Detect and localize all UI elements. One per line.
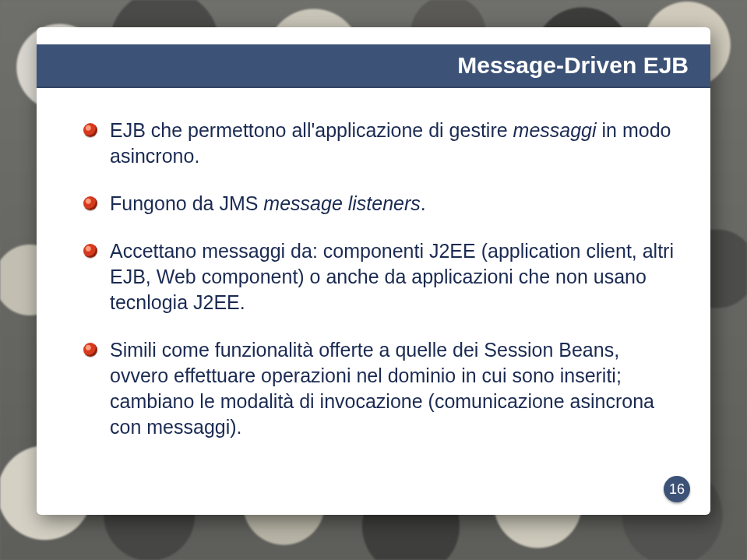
bullet-item: Simili come funzionalità offerte a quell…: [83, 337, 676, 440]
slide-title: Message-Driven EJB: [457, 52, 689, 78]
bullet-list: EJB che permettono all'applicazione di g…: [83, 118, 676, 440]
bullet-text-pre: Simili come funzionalità offerte a quell…: [110, 339, 654, 438]
page-number-badge: 16: [664, 476, 690, 502]
slide-body: EJB che permettono all'applicazione di g…: [37, 88, 710, 440]
bullet-text-em: message listeners: [263, 192, 420, 214]
page-number: 16: [669, 481, 685, 498]
bullet-item: Accettano messaggi da: componenti J2EE (…: [83, 238, 676, 315]
slide-title-bar: Message-Driven EJB: [37, 44, 710, 88]
bullet-text-em: messaggi: [513, 119, 597, 141]
slide-card: Message-Driven EJB EJB che permettono al…: [37, 27, 710, 515]
bullet-text-pre: Accettano messaggi da: componenti J2EE (…: [110, 240, 674, 313]
bullet-text-pre: EJB che permettono all'applicazione di g…: [110, 119, 513, 141]
bullet-text-pre: Fungono da JMS: [110, 192, 263, 214]
bullet-text-post: .: [421, 192, 426, 214]
bullet-item: EJB che permettono all'applicazione di g…: [83, 118, 676, 169]
bullet-item: Fungono da JMS message listeners.: [83, 191, 676, 217]
